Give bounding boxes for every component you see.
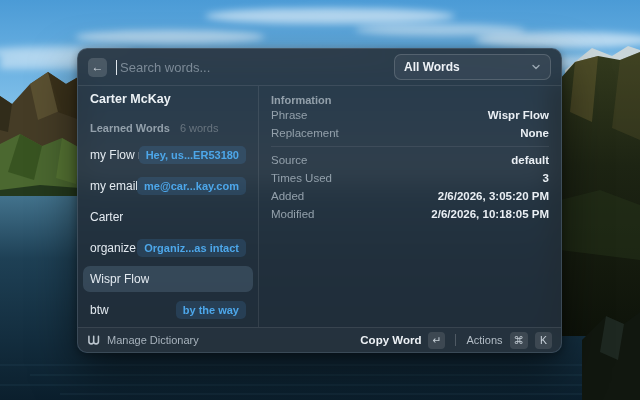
list-item[interactable]: organize th... Organiz...as intact	[83, 235, 253, 261]
replacement-badge: by the way	[176, 301, 246, 319]
replacement-badge: Hey, us...ER53180	[139, 146, 246, 164]
group-header: Carter McKay	[83, 92, 253, 106]
detail-row-replacement: Replacement None	[271, 124, 549, 142]
detail-row-added: Added 2/6/2026, 3:05:20 PM	[271, 187, 549, 205]
k-key-icon: K	[535, 332, 552, 349]
detail-row-times-used: Times Used 3	[271, 169, 549, 187]
list-item-selected[interactable]: Wispr Flow	[83, 266, 253, 292]
details-section-title: Information	[271, 94, 549, 106]
detail-value: Wispr Flow	[488, 109, 549, 121]
details-divider	[271, 146, 549, 147]
filter-selected-value: All Words	[404, 60, 531, 74]
detail-label: Modified	[271, 208, 314, 220]
return-key-icon: ↵	[428, 332, 445, 349]
window-body: Carter McKay Learned Words 6 words my Fl…	[78, 86, 561, 327]
wispr-flow-logo-icon	[87, 335, 100, 346]
section-label: Learned Words	[90, 122, 170, 135]
word-name: organize th...	[90, 241, 137, 255]
section-count: 6 words	[180, 122, 219, 135]
detail-label: Source	[271, 154, 307, 166]
word-list: my Flow ref... Hey, us...ER53180 my emai…	[83, 142, 253, 323]
detail-label: Phrase	[271, 109, 307, 121]
detail-value: None	[520, 127, 549, 139]
search-input[interactable]	[120, 60, 394, 75]
list-item[interactable]: btw by the way	[83, 297, 253, 323]
word-name: Carter	[90, 210, 123, 224]
manage-dictionary-button[interactable]: Manage Dictionary	[87, 334, 199, 346]
word-filter-dropdown[interactable]: All Words	[394, 54, 551, 80]
search-bar: ← All Words	[78, 49, 561, 86]
back-button[interactable]: ←	[88, 58, 107, 77]
footer-divider	[455, 334, 456, 346]
copy-word-button[interactable]: Copy Word	[360, 334, 421, 346]
replacement-badge: me@car...kay.com	[137, 177, 246, 195]
detail-row-modified: Modified 2/6/2026, 10:18:05 PM	[271, 205, 549, 223]
arrow-left-icon: ←	[92, 61, 104, 73]
wispr-flow-dictionary-window: ← All Words Carter McKay Learned Words 6…	[77, 48, 562, 353]
word-list-panel: Carter McKay Learned Words 6 words my Fl…	[78, 86, 259, 327]
detail-value: 3	[543, 172, 549, 184]
chevron-down-icon	[531, 62, 541, 72]
manage-dictionary-label: Manage Dictionary	[107, 334, 199, 346]
word-name: my email a...	[90, 179, 137, 193]
detail-value: default	[511, 154, 549, 166]
word-details-panel: Information Phrase Wispr Flow Replacemen…	[259, 86, 561, 327]
detail-row-phrase: Phrase Wispr Flow	[271, 106, 549, 124]
detail-value: 2/6/2026, 10:18:05 PM	[431, 208, 549, 220]
word-name: my Flow ref...	[90, 148, 139, 162]
text-cursor	[116, 60, 117, 75]
detail-row-source: Source default	[271, 151, 549, 169]
list-item[interactable]: my email a... me@car...kay.com	[83, 173, 253, 199]
list-item[interactable]: my Flow ref... Hey, us...ER53180	[83, 142, 253, 168]
detail-label: Added	[271, 190, 304, 202]
footer-actions: Copy Word ↵ Actions ⌘ K	[360, 332, 552, 349]
word-name: btw	[90, 303, 109, 317]
detail-value: 2/6/2026, 3:05:20 PM	[438, 190, 549, 202]
command-key-icon: ⌘	[510, 332, 529, 349]
section-header: Learned Words 6 words	[83, 122, 253, 135]
list-item[interactable]: Carter	[83, 204, 253, 230]
actions-button[interactable]: Actions	[466, 334, 502, 346]
detail-label: Replacement	[271, 127, 339, 139]
window-footer: Manage Dictionary Copy Word ↵ Actions ⌘ …	[78, 327, 561, 352]
replacement-badge: Organiz...as intact	[137, 239, 246, 257]
desktop: ← All Words Carter McKay Learned Words 6…	[0, 0, 640, 400]
word-name: Wispr Flow	[90, 272, 149, 286]
detail-label: Times Used	[271, 172, 332, 184]
